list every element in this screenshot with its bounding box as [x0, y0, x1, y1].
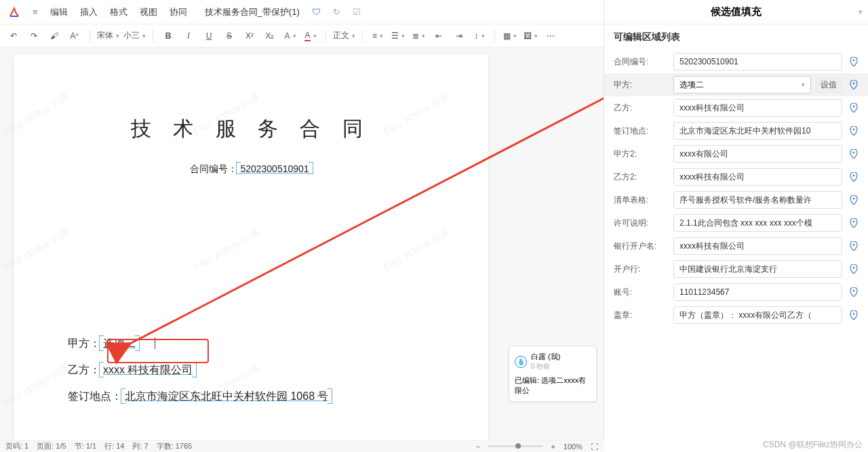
italic-icon[interactable]: I [180, 28, 197, 44]
hamburger-icon[interactable]: ≡ [33, 7, 38, 17]
locate-icon[interactable] [846, 99, 861, 117]
locate-icon[interactable] [846, 283, 861, 301]
panel-row: 开户行:中国建设银行北京海淀支行 [604, 258, 868, 281]
set-value-button[interactable]: 设值 [815, 76, 842, 94]
paint-icon[interactable]: 🖌 [46, 28, 62, 44]
panel-row-label: 签订地点: [611, 125, 669, 137]
zoom-in-icon[interactable]: + [551, 443, 555, 451]
party-b-field[interactable]: xxxx 科技有限公司 [100, 363, 195, 377]
panel-row-input[interactable]: 2.1.1此合同包含 xxx xxx xxx xxx个模 [673, 214, 842, 232]
underline-icon[interactable]: U [201, 28, 217, 44]
attribution: CSDN @联想Filez协同办公 [763, 439, 863, 451]
sign-place-field[interactable]: 北京市海淀区东北旺中关村软件园 1068 号 [122, 390, 331, 404]
indent-icon[interactable]: ⇥ [451, 28, 467, 44]
locate-icon[interactable] [846, 214, 861, 232]
panel-row-input[interactable]: xxxx科技有限公司 [673, 237, 842, 255]
paragraph-style-select[interactable]: 正文▾ [333, 30, 355, 41]
redo-icon[interactable]: ↷ [26, 28, 42, 44]
align-icon[interactable]: ≡▾ [370, 28, 386, 44]
party-b-line: 乙方：xxxx 科技有限公司 [68, 363, 434, 377]
shield-icon[interactable]: 🛡 [312, 7, 321, 17]
locate-icon[interactable] [846, 76, 861, 94]
locate-icon[interactable] [846, 145, 861, 163]
panel-row-label: 甲方2: [611, 148, 669, 160]
highlight-color-icon[interactable]: A▾ [282, 28, 298, 44]
panel-row-label: 合同编号: [611, 56, 669, 68]
party-a-field[interactable]: 选项二 [100, 337, 138, 351]
edit-comment-popup[interactable]: 💧 白露 (我) 0 秒前 已编辑: 选项二xxxx有限公 [509, 346, 597, 402]
locate-icon[interactable] [846, 191, 861, 209]
menu-view[interactable]: 视图 [140, 6, 157, 18]
panel-row-input[interactable]: 5202300510901 [673, 53, 842, 70]
zoom-value[interactable]: 100% [564, 443, 583, 451]
font-color-icon[interactable]: A▾ [302, 28, 319, 44]
svg-point-9 [852, 243, 854, 245]
party-a-line: 甲方：选项二 [68, 337, 434, 351]
panel-row: 乙方2:xxxx科技有限公司 [604, 165, 868, 188]
panel-row-input[interactable]: 序号服务授权号软件/服务名称数量许 [673, 191, 842, 209]
menu-format[interactable]: 格式 [110, 6, 127, 18]
locate-icon[interactable] [846, 53, 861, 70]
panel-row-input[interactable]: xxxx科技有限公司 [673, 99, 842, 117]
panel-row-label: 甲方: [611, 79, 669, 91]
panel-collapse-icon[interactable]: ▾ [859, 7, 863, 16]
locate-icon[interactable] [846, 237, 861, 255]
panel-row-input[interactable]: 11011234567 [673, 283, 842, 301]
panel-row-select[interactable]: 选项二▾ [673, 76, 811, 94]
comment-user: 白露 (我) [531, 352, 560, 362]
zoom-out-icon[interactable]: − [476, 443, 480, 451]
clock-icon[interactable]: ↻ [333, 7, 340, 17]
panel-row: 甲方2:xxxx有限公司 [604, 142, 868, 165]
svg-point-4 [852, 128, 854, 130]
list-ul-icon[interactable]: ☰▾ [390, 28, 406, 44]
zoom-slider[interactable] [488, 445, 542, 447]
locate-icon[interactable] [846, 260, 861, 278]
panel-row-input[interactable]: xxxx有限公司 [673, 145, 842, 163]
font-size-select[interactable]: 小三▾ [123, 30, 146, 41]
locate-icon[interactable] [846, 168, 861, 186]
svg-point-12 [852, 312, 854, 314]
panel-row-input[interactable]: 北京市海淀区东北旺中关村软件园10 [673, 122, 842, 140]
comment-action: 已编辑: [515, 376, 539, 384]
doc-heading: 技 术 服 务 合 同 [68, 115, 434, 143]
subscript-icon[interactable]: X₂ [262, 28, 278, 44]
panel-row-label: 开户行: [611, 264, 669, 275]
panel-title: 候选值填充 ▾ [604, 0, 868, 24]
list-ol-icon[interactable]: ≣▾ [410, 28, 427, 44]
svg-point-8 [852, 220, 854, 222]
locate-icon[interactable] [846, 122, 861, 140]
more-icon[interactable]: ⋯ [542, 28, 559, 44]
doc-number-line: 合同编号：5202300510901 [68, 163, 434, 176]
undo-icon[interactable]: ↶ [5, 28, 22, 44]
strike-icon[interactable]: S [221, 28, 237, 44]
image-insert-icon[interactable]: 🖼▾ [522, 28, 538, 44]
menu-insert[interactable]: 插入 [80, 6, 98, 18]
locate-icon[interactable] [846, 306, 861, 324]
svg-point-1 [852, 59, 854, 61]
bookmark-icon[interactable]: ☑ [353, 7, 361, 17]
outdent-icon[interactable]: ⇤ [431, 28, 447, 44]
font-family-select[interactable]: 宋体▾ [97, 30, 119, 41]
panel-row-input[interactable]: xxxx科技有限公司 [673, 168, 842, 186]
status-words: 字数: 1765 [157, 441, 193, 451]
clear-format-icon[interactable]: Aˣ [66, 28, 83, 44]
bold-icon[interactable]: B [160, 28, 176, 44]
table-insert-icon[interactable]: ▦▾ [502, 28, 518, 44]
line-spacing-icon[interactable]: ↕▾ [471, 28, 488, 44]
svg-point-10 [852, 266, 854, 268]
menu-edit[interactable]: 编辑 [50, 6, 68, 18]
panel-row: 清单表格:序号服务授权号软件/服务名称数量许 [604, 188, 868, 211]
panel-row-input[interactable]: 中国建设银行北京海淀支行 [673, 260, 842, 278]
menu-collab[interactable]: 协同 [170, 6, 187, 18]
panel-row-label: 盖章: [611, 310, 669, 321]
svg-point-7 [852, 197, 854, 199]
panel-row-input[interactable]: 甲方（盖章）： xxxx有限公司乙方（ [673, 306, 842, 324]
comment-time: 0 秒前 [531, 362, 560, 371]
contract-number-field[interactable]: 5202300510901 [237, 163, 311, 174]
svg-point-5 [852, 151, 854, 153]
fullscreen-icon[interactable]: ⛶ [591, 443, 598, 451]
page[interactable]: Filez zOffice 白露 Filez zOffice 白露 Filez … [14, 54, 488, 440]
superscript-icon[interactable]: X² [241, 28, 258, 44]
panel-row-label: 清单表格: [611, 194, 669, 206]
status-pageno: 页码: 1 [5, 441, 28, 451]
